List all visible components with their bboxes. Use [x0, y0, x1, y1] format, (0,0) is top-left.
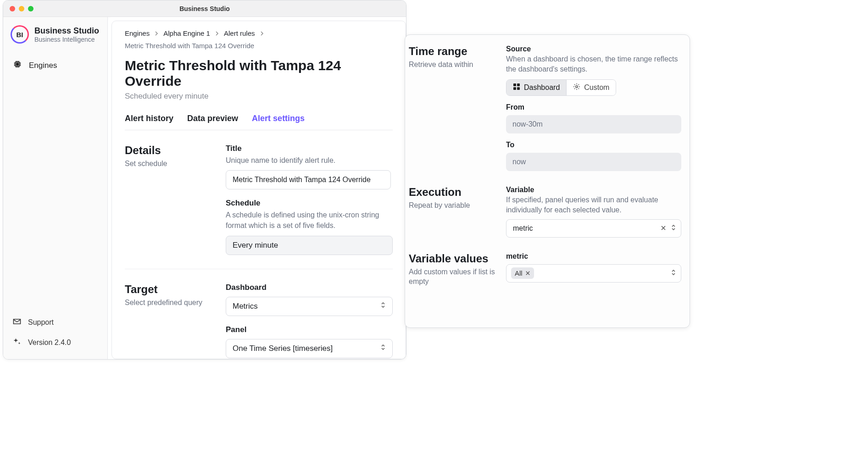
updown-icon	[671, 269, 676, 278]
section-variable-values: Variable values Add custom values if lis…	[407, 250, 681, 287]
variable-desc: If specified, panel queries will run and…	[506, 195, 681, 216]
svg-point-6	[576, 86, 578, 88]
to-label: To	[506, 141, 681, 149]
section-desc-details: Set schedule	[125, 160, 221, 168]
grid-icon	[513, 83, 520, 92]
brand-name: Business Studio	[34, 26, 99, 36]
source-label: Source	[506, 45, 681, 53]
tab-alert-history[interactable]: Alert history	[125, 114, 173, 128]
schedule-value: Every minute	[233, 241, 278, 250]
title-label: Title	[226, 144, 393, 153]
svg-rect-2	[513, 83, 516, 86]
to-value: now	[512, 158, 526, 166]
section-title-target: Target	[125, 283, 221, 296]
dashboard-label: Dashboard	[226, 283, 393, 292]
brand-logo-text: BI	[17, 31, 23, 39]
section-desc-time-range: Retrieve data within	[409, 60, 501, 70]
from-input: now-30m	[506, 115, 681, 133]
brand-logo: BI	[11, 25, 29, 44]
content: Engines Alpha Engine 1 Alert rules Metri…	[108, 17, 406, 359]
sidebar-item-engines[interactable]: Engines	[3, 55, 107, 76]
schedule-label: Schedule	[226, 199, 393, 208]
tab-alert-settings[interactable]: Alert settings	[252, 114, 305, 128]
page-subtitle: Scheduled every minute	[125, 92, 393, 101]
from-label: From	[506, 103, 681, 111]
title-input[interactable]	[226, 170, 391, 189]
panel-select[interactable]: One Time Series [timeseries]	[226, 339, 393, 358]
section-time-range: Time range Retrieve data within Source W…	[407, 43, 681, 184]
source-toggle: Dashboard Custom	[506, 79, 616, 96]
title-desc: Unique name to identify alert rule.	[226, 155, 393, 166]
variable-select[interactable]: metric	[506, 219, 681, 238]
updown-icon	[380, 344, 386, 353]
section-title-details: Details	[125, 144, 221, 157]
content-card: Engines Alpha Engine 1 Alert rules Metri…	[111, 21, 406, 359]
clear-icon[interactable]	[661, 224, 666, 233]
dashboard-value: Metrics	[233, 302, 258, 311]
titlebar: Business Studio	[3, 0, 406, 17]
chevron-right-icon	[260, 29, 264, 37]
crumb-engines[interactable]: Engines	[125, 29, 150, 37]
section-details: Details Set schedule Title Unique name t…	[125, 130, 393, 269]
brand-sub: Business Intelligence	[34, 36, 99, 43]
section-title-variable-values: Variable values	[409, 252, 501, 265]
envelope-icon	[12, 317, 22, 328]
tabs: Alert history Data preview Alert setting…	[125, 114, 393, 128]
section-desc-execution: Repeat by variable	[409, 200, 501, 211]
from-value: now-30m	[512, 120, 543, 128]
right-panel-window: Time range Retrieve data within Source W…	[405, 34, 690, 328]
panel-label: Panel	[226, 325, 393, 334]
sparkle-icon	[12, 337, 22, 348]
crumb-engine-name[interactable]: Alpha Engine 1	[163, 29, 210, 37]
to-input: now	[506, 153, 681, 171]
schedule-desc: A schedule is defined using the unix-cro…	[226, 210, 393, 231]
svg-rect-1	[17, 63, 19, 66]
updown-icon	[380, 301, 386, 311]
version-label: Version 2.4.0	[28, 338, 71, 347]
sidebar-footer: Support Version 2.4.0	[3, 312, 107, 359]
svg-rect-5	[517, 87, 520, 90]
crumb-alert-rules[interactable]: Alert rules	[224, 29, 255, 37]
source-dashboard-label: Dashboard	[524, 83, 560, 92]
crumb-current: Metric Threshold with Tampa 124 Override	[125, 42, 254, 50]
section-target: Target Select predefined query Dashboard…	[125, 269, 393, 358]
main-window: Business Studio BI Business Studio Busin…	[3, 0, 406, 360]
chevron-right-icon	[215, 29, 219, 37]
section-execution: Execution Repeat by variable Variable If…	[407, 184, 681, 250]
source-toggle-dashboard[interactable]: Dashboard	[506, 80, 566, 95]
engines-icon	[12, 59, 22, 72]
sidebar-item-label: Engines	[29, 61, 57, 70]
source-custom-label: Custom	[584, 83, 609, 92]
metric-label: metric	[506, 252, 681, 261]
panel-value: One Time Series [timeseries]	[233, 344, 333, 353]
metric-chip-input[interactable]: All	[506, 264, 681, 283]
page-title: Metric Threshold with Tampa 124 Override	[125, 58, 393, 89]
section-title-execution: Execution	[409, 186, 501, 199]
svg-rect-3	[517, 83, 520, 86]
support-link[interactable]: Support	[3, 312, 107, 333]
gear-icon	[573, 83, 580, 92]
variable-label: Variable	[506, 186, 681, 194]
source-toggle-custom[interactable]: Custom	[567, 80, 616, 95]
chip-remove-icon[interactable]	[525, 269, 530, 277]
section-desc-variable-values: Add custom values if list is empty	[409, 267, 501, 287]
chip-label: All	[515, 269, 523, 277]
brand: BI Business Studio Business Intelligence	[3, 17, 107, 50]
nav: Engines	[3, 50, 107, 81]
schedule-select[interactable]: Every minute	[226, 236, 393, 255]
dashboard-select[interactable]: Metrics	[226, 297, 393, 316]
source-desc: When a dashboard is chosen, the time ran…	[506, 54, 681, 75]
brand-text: Business Studio Business Intelligence	[34, 26, 99, 43]
chevron-right-icon	[154, 29, 159, 37]
support-label: Support	[28, 318, 54, 327]
svg-rect-4	[513, 87, 516, 90]
chip-all[interactable]: All	[511, 267, 534, 279]
section-desc-target: Select predefined query	[125, 299, 221, 307]
window-title: Business Studio	[3, 5, 406, 12]
tab-data-preview[interactable]: Data preview	[187, 114, 238, 128]
breadcrumb: Engines Alpha Engine 1 Alert rules Metri…	[125, 29, 393, 50]
version-link[interactable]: Version 2.4.0	[3, 333, 107, 353]
sidebar: BI Business Studio Business Intelligence…	[3, 17, 108, 359]
variable-value: metric	[513, 224, 533, 233]
section-title-time-range: Time range	[409, 45, 501, 58]
